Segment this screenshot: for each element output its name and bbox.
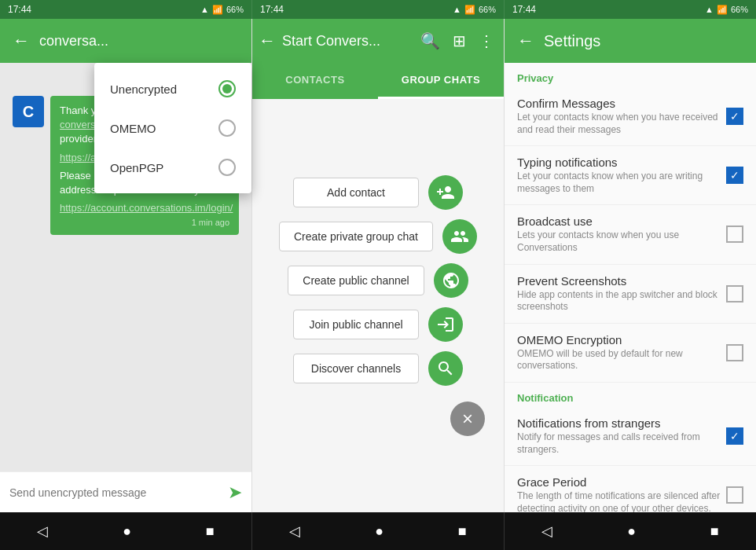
- nav-bar-2: ◁ ● ■: [252, 512, 505, 550]
- settings-content: Privacy Confirm Messages Let your contac…: [505, 63, 756, 512]
- settings-title: Settings: [544, 32, 600, 50]
- settings-item-omemo: OMEMO Encryption OMEMO will be used by d…: [505, 324, 756, 383]
- back-icon[interactable]: ←: [13, 31, 30, 51]
- action-row-join-public: Join public channel: [293, 307, 463, 342]
- strangers-checkbox[interactable]: [726, 427, 743, 445]
- settings-item-broadcast: Broadcast use Lets your contacts know wh…: [505, 205, 756, 264]
- action-row-private-group: Create private group chat: [279, 219, 477, 254]
- discover-channels-button[interactable]: Discover channels: [293, 354, 419, 383]
- more-icon[interactable]: ⋮: [475, 28, 497, 53]
- tabs: CONTACTS GROUP CHATS: [252, 63, 504, 99]
- settings-item-screenshots: Prevent Screenshots Hide app contents in…: [505, 265, 756, 324]
- omemo-checkbox[interactable]: [726, 344, 743, 361]
- confirm-messages-desc: Let your contacts know when you have rec…: [517, 112, 726, 136]
- nav-home-2[interactable]: ●: [375, 523, 384, 540]
- search-icon[interactable]: 🔍: [417, 28, 443, 53]
- nav-bar-3: ◁ ● ■: [505, 512, 756, 550]
- screenshots-desc: Hide app contents in the app switcher an…: [517, 289, 726, 314]
- grace-period-checkbox[interactable]: [726, 486, 743, 504]
- radio-openpgp[interactable]: [218, 159, 236, 176]
- status-time-3: 17:44: [512, 4, 536, 15]
- bubble-time: 1 min ago: [60, 218, 229, 227]
- panel-settings: ← Settings Privacy Confirm Messages Let …: [505, 19, 756, 512]
- nav-home-1[interactable]: ●: [123, 523, 131, 540]
- grace-period-desc: The length of time notifications are sil…: [517, 490, 726, 512]
- confirm-messages-checkbox[interactable]: [726, 108, 743, 125]
- dropdown-item-openpgp[interactable]: OpenPGP: [94, 148, 251, 187]
- back-icon-3[interactable]: ←: [517, 31, 534, 51]
- panel-start: ← Start Convers... 🔍 ⊞ ⋮ CONTACTS GROUP …: [252, 19, 505, 512]
- action-row-discover: Discover channels: [293, 351, 463, 386]
- radio-unencrypted[interactable]: [218, 80, 236, 97]
- status-time-2: 17:44: [260, 4, 284, 15]
- create-private-group-button[interactable]: Create private group chat: [279, 222, 433, 251]
- join-public-channel-button[interactable]: Join public channel: [293, 310, 419, 339]
- start-header-title: Start Convers...: [282, 33, 411, 50]
- dropdown-label-unencrypted: Unencrypted: [110, 82, 177, 96]
- omemo-desc: OMEMO will be used by default for new co…: [517, 348, 726, 372]
- encryption-dropdown: Unencrypted OMEMO OpenPGP: [94, 63, 251, 193]
- dropdown-label-openpgp: OpenPGP: [110, 161, 163, 174]
- conversations-title: conversa...: [39, 33, 239, 50]
- settings-item-confirm-messages: Confirm Messages Let your contacts know …: [505, 87, 756, 146]
- back-icon-2[interactable]: ←: [259, 31, 276, 51]
- settings-header: ← Settings: [505, 19, 756, 63]
- omemo-title: OMEMO Encryption: [517, 333, 726, 346]
- radio-omemo[interactable]: [218, 119, 236, 137]
- dropdown-item-omemo[interactable]: OMEMO: [94, 108, 251, 148]
- section-header-privacy: Privacy: [505, 63, 756, 87]
- strangers-desc: Notify for messages and calls received f…: [517, 431, 726, 456]
- avatar: C: [13, 96, 44, 127]
- typing-desc: Let your contacts know when you are writ…: [517, 170, 726, 195]
- strangers-title: Notifications from strangers: [517, 416, 726, 430]
- close-fab-button[interactable]: ×: [450, 402, 485, 436]
- add-contact-button[interactable]: Add contact: [293, 178, 419, 207]
- status-time-1: 17:44: [8, 4, 31, 15]
- discover-channels-circle-icon[interactable]: [428, 351, 463, 386]
- actions-area: Add contact Create private group chat Cr…: [252, 99, 504, 512]
- screenshots-title: Prevent Screenshots: [517, 274, 726, 288]
- nav-back-2[interactable]: ◁: [289, 522, 300, 540]
- dropdown-item-unencrypted[interactable]: Unencrypted: [94, 69, 251, 108]
- panel-conversations: ← conversa... Unencrypted OMEMO OpenPGP …: [0, 19, 252, 512]
- create-public-channel-button[interactable]: Create public channel: [288, 266, 424, 295]
- action-row-add-contact: Add contact: [293, 175, 463, 210]
- status-icons-1: ▲ 📶 66%: [200, 5, 244, 15]
- grace-period-title: Grace Period: [517, 475, 726, 489]
- status-icons-3: ▲ 📶 66%: [705, 5, 748, 15]
- settings-item-typing: Typing notifications Let your contacts k…: [505, 146, 756, 205]
- create-public-channel-circle-icon[interactable]: [434, 263, 468, 298]
- action-row-create-public: Create public channel: [288, 263, 468, 298]
- close-icon: ×: [462, 408, 473, 430]
- join-public-channel-circle-icon[interactable]: [428, 307, 463, 342]
- create-private-group-circle-icon[interactable]: [442, 219, 477, 254]
- broadcast-title: Broadcast use: [517, 214, 726, 228]
- nav-recent-3[interactable]: ■: [710, 523, 719, 540]
- broadcast-desc: Lets your contacts know when you use Con…: [517, 229, 726, 254]
- confirm-messages-title: Confirm Messages: [517, 97, 726, 110]
- send-icon[interactable]: ➤: [228, 482, 242, 503]
- add-contact-circle-icon[interactable]: [428, 175, 463, 210]
- nav-bar-1: ◁ ● ■: [0, 512, 252, 550]
- nav-recent-1[interactable]: ■: [206, 523, 215, 540]
- tab-group-chats[interactable]: GROUP CHATS: [378, 63, 504, 99]
- qr-icon[interactable]: ⊞: [450, 28, 469, 53]
- nav-back-3[interactable]: ◁: [541, 522, 552, 540]
- input-bar: ➤: [0, 471, 251, 512]
- header-icons: 🔍 ⊞ ⋮: [417, 28, 497, 53]
- nav-home-3[interactable]: ●: [627, 523, 636, 540]
- link-login[interactable]: https://account.conversations.im/login/: [60, 202, 233, 214]
- settings-item-grace-period: Grace Period The length of time notifica…: [505, 466, 756, 512]
- status-icons-2: ▲ 📶 66%: [453, 5, 496, 15]
- typing-title: Typing notifications: [517, 156, 726, 169]
- message-input[interactable]: [9, 486, 222, 499]
- typing-checkbox[interactable]: [726, 167, 743, 184]
- dropdown-label-omemo: OMEMO: [110, 122, 156, 135]
- broadcast-checkbox[interactable]: [726, 226, 743, 243]
- nav-recent-2[interactable]: ■: [458, 523, 467, 540]
- nav-back-1[interactable]: ◁: [37, 522, 48, 540]
- tab-contacts[interactable]: CONTACTS: [252, 63, 378, 99]
- navigation-bars: ◁ ● ■ ◁ ● ■ ◁ ● ■: [0, 512, 756, 550]
- screenshots-checkbox[interactable]: [726, 285, 743, 302]
- conversations-header: ← conversa...: [0, 19, 251, 63]
